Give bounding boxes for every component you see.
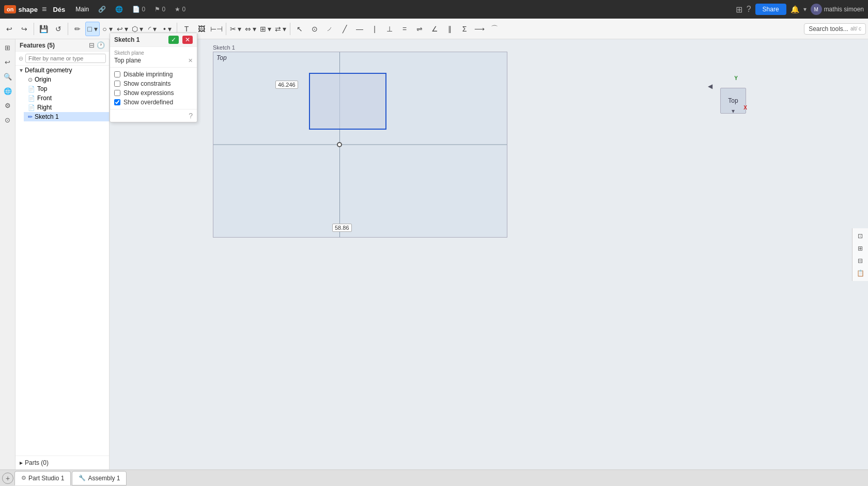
orient-left-arrow[interactable]: ◀ [708, 83, 712, 90]
disable-imprinting-checkbox[interactable] [114, 71, 120, 77]
help-icon[interactable]: ? [747, 5, 751, 14]
add-tab-button[interactable]: + [2, 473, 13, 484]
sum-tool[interactable]: Σ [457, 22, 472, 36]
parts-label: Parts (0) [25, 459, 49, 466]
horz-line-tool[interactable]: ⟶ [472, 22, 487, 36]
sidebar-tools-icon[interactable]: ⊞ [2, 41, 14, 54]
angle-tool[interactable]: ∠ [427, 22, 442, 36]
equal-tool[interactable]: = [397, 22, 412, 36]
show-constraints-checkbox[interactable] [114, 81, 120, 87]
origin-icon: ⊙ [28, 76, 33, 83]
orientation-cube[interactable]: Y Top X ◀ ▾ [708, 75, 749, 117]
features-collapse-icon[interactable]: ⊟ [89, 41, 95, 49]
left-sidebar: ⊞ ↩ 🔍 🌐 ⚙ ⊙ [0, 39, 16, 469]
sketch-panel-title: Sketch 1 [114, 36, 140, 43]
measure-tool[interactable]: ⊢⊣ [209, 22, 224, 36]
right-icon-1[interactable]: ⊡ [855, 230, 866, 242]
notifications-icon[interactable]: 🔔 [791, 5, 799, 13]
vertical-tool[interactable]: | [367, 22, 382, 36]
nav-star-icon[interactable]: ★ 0 [171, 5, 190, 14]
sketch-plane-section: Sketch plane Top plane ✕ [110, 47, 197, 68]
sidebar-globe-icon[interactable]: 🌐 [2, 85, 14, 97]
right-icon-3[interactable]: ⊟ [855, 255, 866, 266]
feature-item-sketch1[interactable]: ✏ Sketch 1 [24, 112, 109, 121]
feature-item-front[interactable]: 📄 Front [24, 93, 109, 103]
redo-button[interactable]: ↪ [17, 22, 32, 36]
sidebar-undo-icon[interactable]: ↩ [2, 56, 14, 68]
line-tool[interactable]: — [352, 22, 367, 36]
dim-height-label[interactable]: 58.86 [332, 224, 352, 232]
history-button[interactable]: ↺ [51, 22, 66, 36]
sidebar-search-icon[interactable]: 🔍 [2, 70, 14, 83]
features-header-icons: ⊟ 🕐 [89, 41, 105, 49]
right-icon-4[interactable]: 📋 [855, 268, 866, 279]
option-disable-imprinting[interactable]: Disable imprinting [114, 71, 193, 78]
bisect-tool[interactable]: ╱ [337, 22, 352, 36]
arc2-tool[interactable]: ⌒ [487, 22, 502, 36]
toolbar-edit-group: ✂ ▾ ⇔ ▾ ⊞ ▾ ⇄ ▾ [228, 22, 288, 36]
save-button[interactable]: 💾 [36, 22, 51, 36]
sketch-confirm-button[interactable]: ✓ [168, 36, 179, 44]
user-dropdown[interactable]: ▾ [803, 6, 807, 13]
parallel-tool[interactable]: ∥ [442, 22, 457, 36]
canvas[interactable]: Sketch 1 Top 46.246 58.86 Y Top [110, 39, 868, 469]
sketch-help-icon[interactable]: ? [189, 112, 193, 120]
nav-link-icon[interactable]: 🔗 [94, 5, 110, 14]
show-expressions-checkbox[interactable] [114, 90, 120, 96]
perpendicular-tool[interactable]: ⊥ [382, 22, 397, 36]
viewport-label: Sketch 1 [213, 44, 507, 51]
hamburger-menu[interactable]: ≡ [42, 5, 47, 14]
construction-tool[interactable]: ⟋ [322, 22, 337, 36]
orient-axis-y: Y [734, 75, 738, 81]
viewport-name: Top [216, 54, 227, 61]
show-overdefined-checkbox[interactable] [114, 99, 120, 105]
feature-label-top: Top [37, 85, 47, 92]
nav-globe-icon[interactable]: 🌐 [111, 5, 127, 14]
nav-doc-icon[interactable]: 📄 0 [128, 5, 149, 14]
tab-assembly-1[interactable]: 🔧 Assembly 1 [72, 471, 127, 485]
feature-item-origin[interactable]: ⊙ Origin [24, 75, 109, 84]
sketch-options: Disable imprinting Show constraints Show… [110, 68, 197, 109]
search-tools-button[interactable]: Search tools... alt/ c [804, 23, 866, 35]
right-panel-icons: ⊡ ⊞ ⊟ 📋 [852, 228, 868, 281]
rectangle-tool[interactable]: □ ▾ [85, 22, 100, 36]
dim-width-label[interactable]: 46.246 [275, 81, 298, 89]
features-header: Features (5) ⊟ 🕐 [16, 39, 109, 52]
select-tool[interactable]: ↖ [292, 22, 307, 36]
feature-children: ⊙ Origin 📄 Top 📄 Front 📄 Right ✏ Sk [24, 75, 109, 121]
right-icon-2[interactable]: ⊞ [855, 243, 866, 254]
convert-tool[interactable]: ⇄ ▾ [273, 22, 288, 36]
undo-button[interactable]: ↩ [2, 22, 17, 36]
sketch-plane-clear-button[interactable]: ✕ [188, 57, 193, 64]
trim-tool[interactable]: ✂ ▾ [228, 22, 243, 36]
option-show-overdefined[interactable]: Show overdefined [114, 99, 193, 106]
feature-group-default-header[interactable]: ▾ Default geometry [16, 66, 109, 75]
symmetric-tool[interactable]: ⇌ [412, 22, 427, 36]
sidebar-settings-icon[interactable]: ⚙ [2, 99, 14, 112]
features-history-icon[interactable]: 🕐 [97, 41, 105, 49]
features-filter-input[interactable] [25, 54, 106, 63]
mirror-tool[interactable]: ⇔ ▾ [243, 22, 258, 36]
apps-icon[interactable]: ⊞ [736, 5, 742, 14]
user-info[interactable]: M mathis simoen [811, 4, 864, 15]
sketch-cancel-button[interactable]: ✕ [182, 36, 193, 44]
feature-item-top[interactable]: 📄 Top [24, 84, 109, 93]
main-tab[interactable]: Main [71, 5, 93, 14]
sketch-rectangle[interactable] [309, 73, 386, 130]
option-show-constraints[interactable]: Show constraints [114, 80, 193, 87]
pen-tool[interactable]: ✏ [70, 22, 85, 36]
features-panel: Features (5) ⊟ 🕐 ⊝ ▾ Default geometry ⊙ … [16, 39, 110, 469]
share-button[interactable]: Share [755, 4, 786, 15]
toolbar-sep-2 [68, 23, 68, 35]
parts-header[interactable]: ▸ Parts (0) [20, 458, 105, 467]
feature-item-right[interactable]: 📄 Right [24, 103, 109, 112]
orient-down-arrow[interactable]: ▾ [732, 107, 735, 115]
tab-part-studio-1[interactable]: ⚙ Part Studio 1 [14, 471, 71, 485]
nav-flag-icon[interactable]: ⚑ 0 [150, 5, 169, 14]
sidebar-circle-icon[interactable]: ⊙ [2, 114, 14, 126]
option-show-expressions[interactable]: Show expressions [114, 89, 193, 97]
coincident-tool[interactable]: ⊙ [307, 22, 322, 36]
viewport-box[interactable]: Top 46.246 58.86 [213, 52, 507, 238]
feature-label-origin: Origin [35, 76, 51, 83]
pattern-tool[interactable]: ⊞ ▾ [258, 22, 273, 36]
